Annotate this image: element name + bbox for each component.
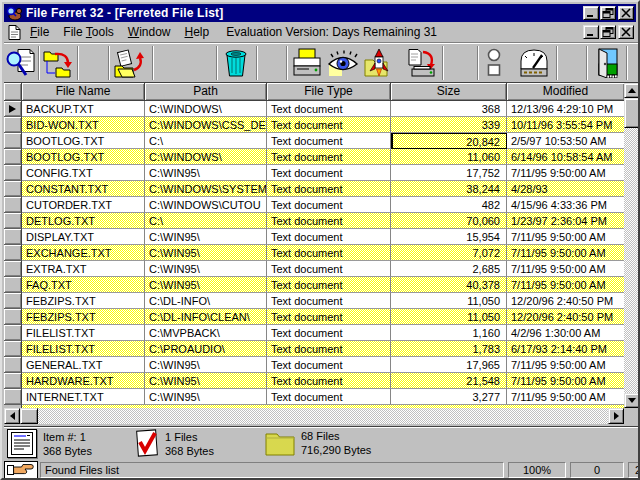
cell-file-type[interactable]: Text document [267,261,391,277]
cell-file-type[interactable]: Text document [267,293,391,309]
cell-file-type[interactable]: Text document [267,165,391,181]
menu-file[interactable]: File [23,23,56,41]
cell-file-name[interactable]: FEBZIPS.TXT [22,293,145,309]
scroll-down-button[interactable] [624,393,640,408]
print-button[interactable] [289,46,325,80]
cell-file-type[interactable]: Text document [267,133,391,149]
cell-modified[interactable]: 12/20/96 2:40:50 PM [507,293,624,309]
table-row[interactable]: CONSTANT.TXT C:\WINDOWS\SYSTEM Text docu… [4,181,624,197]
row-selector[interactable] [4,341,22,357]
cell-file-type[interactable]: Text document [267,373,391,389]
cell-modified[interactable]: 12/13/96 4:29:10 PM [507,101,624,117]
cell-size[interactable]: 17,752 [391,165,507,181]
export-list-button[interactable] [402,46,442,80]
header-file-name[interactable]: File Name [22,83,145,101]
menu-file-tools[interactable]: File Tools [56,23,120,41]
cell-path[interactable]: C:\DL-INFO\ [145,293,267,309]
row-selector[interactable] [4,245,22,261]
cell-modified[interactable]: 4/28/93 [507,181,624,197]
cell-modified[interactable]: 7/11/95 9:50:00 AM [507,245,624,261]
cell-modified[interactable]: 6/14/96 10:58:54 AM [507,149,624,165]
cell-path[interactable]: C:\MVPBACK\ [145,325,267,341]
cell-modified[interactable]: 7/11/95 9:50:00 AM [507,277,624,293]
cell-file-type[interactable]: Text document [267,197,391,213]
cell-path[interactable]: C:\WIN95\ [145,357,267,373]
row-selector[interactable] [4,197,22,213]
cell-size[interactable]: 17,965 [391,357,507,373]
cell-file-name[interactable]: CONSTANT.TXT [22,181,145,197]
cell-path[interactable]: C:\WIN95\ [145,229,267,245]
cell-size[interactable]: 339 [391,117,507,133]
cell-size[interactable]: 11,050 [391,293,507,309]
cell-path[interactable]: C:\ [145,213,267,229]
options-button[interactable] [480,46,510,80]
cell-path[interactable]: C:\WINDOWS\ [145,101,267,117]
row-selector[interactable] [4,357,22,373]
row-selector[interactable] [4,165,22,181]
cell-path[interactable]: C:\WIN95\ [145,165,267,181]
statistics-button[interactable] [514,46,554,80]
cell-size[interactable]: 7,072 [391,245,507,261]
cell-path[interactable]: C:\WIN95\ [145,277,267,293]
header-path[interactable]: Path [145,83,267,101]
cell-path[interactable]: C:\WINDOWS\ [145,149,267,165]
cell-file-name[interactable]: DISPLAY.TXT [22,229,145,245]
cell-modified[interactable]: 7/11/95 9:50:00 AM [507,229,624,245]
document-system-icon[interactable] [8,25,21,40]
cell-file-type[interactable]: Text document [267,341,391,357]
row-selector[interactable] [4,181,22,197]
row-selector[interactable] [4,229,22,245]
cell-file-type[interactable]: Text document [267,277,391,293]
row-selector[interactable] [4,149,22,165]
row-selector[interactable] [4,389,22,405]
cell-modified[interactable]: 1/23/97 2:36:04 PM [507,213,624,229]
table-row[interactable]: INTERNET.TXT C:\WIN95\ Text document 3,2… [4,389,624,405]
cell-file-name[interactable]: FAQ.TXT [22,277,145,293]
row-selector[interactable] [4,213,22,229]
cell-file-name[interactable]: BID-WON.TXT [22,117,145,133]
cell-size[interactable]: 1,783 [391,341,507,357]
cell-modified[interactable]: 4/15/96 4:33:36 PM [507,197,624,213]
cell-size[interactable]: 368 [391,101,507,117]
cell-size[interactable]: 3,277 [391,389,507,405]
cell-file-type[interactable]: Text document [267,101,391,117]
cell-file-name[interactable]: EXTRA.TXT [22,261,145,277]
vertical-scrollbar[interactable] [624,83,640,408]
table-row[interactable]: CONFIG.TXT C:\WIN95\ Text document 17,75… [4,165,624,181]
cell-file-type[interactable]: Text document [267,389,391,405]
table-row[interactable]: FAQ.TXT C:\WIN95\ Text document 40,378 7… [4,277,624,293]
row-selector[interactable] [4,309,22,325]
row-selector[interactable] [4,325,22,341]
exit-button[interactable] [588,46,624,80]
cell-file-name[interactable]: INTERNET.TXT [22,389,145,405]
cell-path[interactable]: C:\WINDOWS\CSS_DE [145,117,267,133]
cell-path[interactable]: C:\WINDOWS\SYSTEM [145,181,267,197]
row-selector[interactable] [4,133,22,149]
table-row[interactable]: FILELIST.TXT C:\MVPBACK\ Text document 1… [4,325,624,341]
cell-modified[interactable]: 12/20/96 2:40:50 PM [507,309,624,325]
cell-file-name[interactable]: HARDWARE.TXT [22,373,145,389]
table-row[interactable]: FEBZIPS.TXT C:\DL-INFO\ Text document 11… [4,293,624,309]
delete-button[interactable] [218,46,254,80]
cell-file-name[interactable]: CUTORDER.TXT [22,197,145,213]
scroll-left-button[interactable] [4,408,20,424]
cell-size[interactable]: 11,060 [391,149,507,165]
table-row[interactable]: FILELIST.TXT C:\PROAUDIO\ Text document … [4,341,624,357]
cell-file-name[interactable]: BACKUP.TXT [22,101,145,117]
close-button[interactable] [618,6,634,20]
child-close-button[interactable] [618,25,634,39]
table-row[interactable]: BOOTLOG.TXT C:\ Text document 20,842 2/5… [4,133,624,149]
cell-file-type[interactable]: Text document [267,229,391,245]
cell-path[interactable]: C:\ [145,133,267,149]
cell-modified[interactable]: 2/5/97 10:53:50 AM [507,133,624,149]
cell-size[interactable]: 482 [391,197,507,213]
cell-file-name[interactable]: BOOTLOG.TXT [22,133,145,149]
cell-modified[interactable]: 4/2/96 1:30:00 AM [507,325,624,341]
cell-modified[interactable]: 7/11/95 9:50:00 AM [507,389,624,405]
cell-path[interactable]: C:\DL-INFO\CLEAN\ [145,309,267,325]
cell-size[interactable]: 11,050 [391,309,507,325]
cell-path[interactable]: C:\PROAUDIO\ [145,341,267,357]
cell-file-name[interactable]: DETLOG.TXT [22,213,145,229]
cell-file-type[interactable]: Text document [267,181,391,197]
scroll-right-button[interactable] [608,408,624,424]
